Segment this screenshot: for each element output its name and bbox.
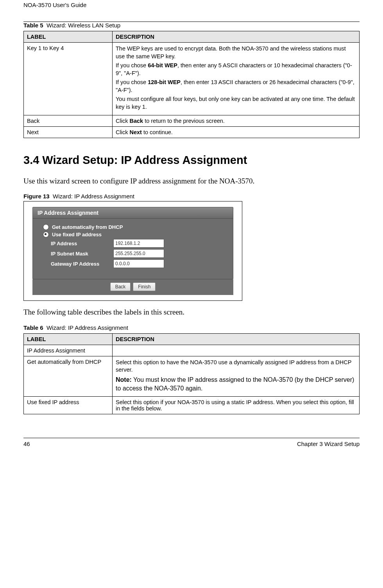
cell-label: Use fixed IP address bbox=[24, 397, 113, 414]
desc-line: You must configure all four keys, but on… bbox=[116, 95, 356, 111]
subnet-mask-label: IP Subnet Mask bbox=[51, 251, 113, 257]
figure13: IP Address Assignment Get automatically … bbox=[23, 201, 242, 301]
section-intro: Use this wizard screen to configure IP a… bbox=[23, 176, 360, 186]
footer-page-number: 46 bbox=[23, 441, 30, 447]
header-title: NOA-3570 User's Guide bbox=[23, 2, 360, 8]
cell-desc: Select this option to have the NOA-3570 … bbox=[113, 356, 360, 396]
radio-dhcp-row[interactable]: Get automatically from DHCP bbox=[43, 224, 225, 230]
table-row: Next Click Next to continue. bbox=[24, 126, 360, 138]
table5-header-label: LABEL bbox=[24, 31, 113, 43]
radio-fixed-label: Use fixed IP address bbox=[52, 232, 102, 237]
cell-label: IP Address Assignment bbox=[24, 345, 113, 356]
cell-desc bbox=[113, 345, 360, 356]
figure13-caption: Figure 13 Wizard: IP Address Assignment bbox=[23, 193, 360, 200]
footer-chapter: Chapter 3 Wizard Setup bbox=[297, 441, 360, 447]
cell-label: Back bbox=[24, 115, 113, 126]
table-row: IP Address Assignment bbox=[24, 345, 360, 356]
table5-caption-text: Wizard: Wireless LAN Setup bbox=[47, 22, 120, 29]
section-heading: 3.4 Wizard Setup: IP Address Assignment bbox=[23, 154, 360, 167]
table6-caption-label: Table 6 bbox=[23, 324, 43, 331]
desc-line: If you chose 128-bit WEP, then enter 13 … bbox=[116, 79, 356, 94]
table-row: Use fixed IP address Select this option … bbox=[24, 397, 360, 414]
page-header: NOA-3570 User's Guide bbox=[23, 2, 360, 22]
table6: LABEL DESCRIPTION IP Address Assignment … bbox=[23, 333, 360, 414]
ip-assignment-panel: IP Address Assignment Get automatically … bbox=[32, 207, 233, 279]
table6-caption-text: Wizard: IP Address Assignment bbox=[47, 324, 128, 331]
cell-label: Get automatically from DHCP bbox=[24, 356, 113, 396]
table5-header-desc: DESCRIPTION bbox=[113, 31, 360, 43]
table6-header-label: LABEL bbox=[24, 333, 113, 345]
back-button[interactable]: Back bbox=[110, 282, 131, 291]
panel-title: IP Address Assignment bbox=[33, 207, 233, 219]
table5: LABEL DESCRIPTION Key 1 to Key 4 The WEP… bbox=[23, 31, 360, 138]
desc-line: Select this option to have the NOA-3570 … bbox=[116, 359, 356, 374]
table-row: Back Click Back to return to the previou… bbox=[24, 115, 360, 126]
table6-caption: Table 6 Wizard: IP Address Assignment bbox=[23, 324, 360, 331]
desc-line: The WEP keys are used to encrypt data. B… bbox=[116, 45, 356, 60]
cell-label: Key 1 to Key 4 bbox=[24, 43, 113, 115]
ip-address-label: IP Address bbox=[51, 241, 113, 246]
figure13-caption-text: Wizard: IP Address Assignment bbox=[53, 193, 134, 200]
table5-caption-label: Table 5 bbox=[23, 22, 43, 29]
finish-button[interactable]: Finish bbox=[133, 282, 156, 291]
cell-label: Next bbox=[24, 126, 113, 138]
desc-note: Note: You must know the IP address assig… bbox=[116, 376, 356, 392]
gateway-label: Gateway IP Address bbox=[51, 261, 113, 267]
subnet-mask-input[interactable] bbox=[113, 249, 164, 258]
gateway-input[interactable] bbox=[113, 259, 164, 268]
cell-desc: The WEP keys are used to encrypt data. B… bbox=[113, 43, 360, 115]
cell-desc: Select this option if your NOA-3570 is u… bbox=[113, 397, 360, 414]
table5-caption: Table 5 Wizard: Wireless LAN Setup bbox=[23, 22, 360, 29]
desc-line: If you chose 64-bit WEP, then enter any … bbox=[116, 62, 356, 77]
table-row: Get automatically from DHCP Select this … bbox=[24, 356, 360, 396]
radio-fixed-row[interactable]: Use fixed IP address bbox=[43, 232, 225, 237]
page-footer: 46 Chapter 3 Wizard Setup bbox=[23, 438, 360, 447]
radio-unselected-icon[interactable] bbox=[43, 224, 49, 230]
after-figure-text: The following table describes the labels… bbox=[23, 307, 360, 317]
table6-header-desc: DESCRIPTION bbox=[113, 333, 360, 345]
figure13-caption-label: Figure 13 bbox=[23, 193, 50, 200]
cell-desc: Click Next to continue. bbox=[113, 126, 360, 138]
ip-address-input[interactable] bbox=[113, 239, 164, 248]
radio-selected-icon[interactable] bbox=[43, 232, 49, 237]
cell-desc: Click Back to return to the previous scr… bbox=[113, 115, 360, 126]
table-row: Key 1 to Key 4 The WEP keys are used to … bbox=[24, 43, 360, 115]
radio-dhcp-label: Get automatically from DHCP bbox=[52, 224, 123, 230]
